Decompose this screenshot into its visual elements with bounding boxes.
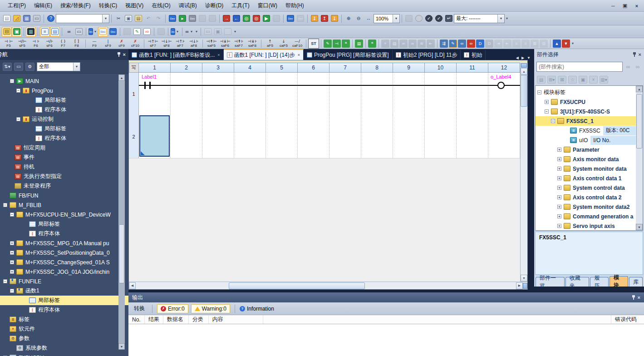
closed-branch-button[interactable]: ⊣/⊦sF6 [43, 39, 56, 49]
tab-initial-ladder[interactable]: ∥初始 [461, 50, 486, 60]
chevron-down-icon[interactable]: ▼ [497, 15, 504, 23]
nav-scrollbar[interactable]: ▲ ▼ [118, 74, 125, 350]
device-test-button[interactable]: Dev [187, 14, 197, 24]
split-handle[interactable] [523, 283, 527, 289]
nav-item-function1-program-body[interactable]: ∥程序本体 [0, 305, 128, 315]
nav-item-unregistered-program[interactable]: 未登录程序 [0, 181, 128, 191]
coil-symbol[interactable] [497, 82, 505, 89]
step-run-button[interactable]: ↵ [444, 14, 454, 24]
scroll-right-icon[interactable]: ▶ [516, 282, 523, 289]
watch-register-button[interactable]: ↧ [310, 14, 320, 24]
editor-vertical-scrollbar[interactable]: ▲ ▼ [520, 63, 527, 282]
close-icon[interactable]: × [639, 52, 641, 57]
nav-item-motion-control[interactable]: −▮运动控制 [0, 114, 128, 124]
collapse-icon[interactable]: − [545, 109, 549, 114]
read-from-plc-button[interactable]: ← [231, 14, 241, 24]
nav-item-m-fx5ssc-jog[interactable]: +M+FX5SSC_JOG_01A JOG/inchin [0, 267, 128, 277]
help-button[interactable]: ? [46, 14, 56, 24]
nav-item-fb-fun[interactable]: FB/FUN [0, 191, 128, 200]
falling-pulse-branch-button[interactable]: ⊣↓⊦aF8 [187, 39, 201, 49]
chevron-down-icon[interactable]: ▾ [177, 30, 178, 34]
coil-button[interactable]: ( )F7 [56, 39, 70, 49]
edit-device-comment-button[interactable]: ✎ [324, 40, 332, 48]
module-item-u1-fx5-40ssc-s[interactable]: −3[U1]:FX5-40SSC-S [536, 107, 636, 116]
expand-icon[interactable]: + [557, 167, 561, 171]
new-folder-icon[interactable]: ▣ [579, 76, 587, 84]
information-filter-button[interactable]: ? Information [240, 306, 274, 312]
nav-item-motion-local-label[interactable]: 局部标签 [0, 124, 128, 134]
parts-scrollbar[interactable]: ▲ ▼ [636, 86, 643, 230]
pin-icon[interactable] [117, 52, 121, 57]
delete-line-button[interactable]: —/caF10 [290, 39, 304, 49]
io-assignment-button[interactable]: I/O [142, 27, 152, 37]
editor-horizontal-scrollbar[interactable]: ◀ ▶ [129, 282, 527, 289]
delete-horizontal-line-button[interactable]: ✗cF9 [115, 39, 128, 49]
close-icon[interactable]: × [123, 52, 126, 57]
verify-with-plc-button[interactable]: ◎ [241, 14, 251, 24]
expand-icon[interactable]: + [557, 176, 561, 180]
menu-project[interactable]: 工程(P) [4, 0, 30, 11]
row-cells[interactable]: Label1o_Label4 [139, 73, 520, 115]
print-button[interactable]: ▭ [32, 14, 42, 24]
inline-st-button[interactable]: ST [308, 39, 319, 49]
rising-pulse-button[interactable]: ⊣↑⊢sF7 [146, 39, 160, 49]
nav-item-function1[interactable]: −▘函数1 [0, 286, 128, 296]
nav-item-event[interactable]: ▤事件 [0, 153, 128, 162]
scroll-up-icon[interactable]: ▲ [636, 86, 643, 92]
wiring-edit-button[interactable]: ✎ [449, 40, 457, 48]
cut-button[interactable]: ✂ [113, 14, 123, 24]
nav-item-funfile[interactable]: −▘FUNFILE [0, 277, 128, 286]
paste-button[interactable]: ▤ [133, 14, 143, 24]
unit-chip-button[interactable]: ▥ [26, 27, 36, 37]
delete-display-target-icon[interactable]: ⊠ [558, 76, 566, 84]
open-contact-symbol[interactable] [144, 82, 151, 89]
ladder-editor-view-button[interactable]: ≡ [40, 27, 50, 37]
delete-vertical-line-button[interactable]: ✗cF10 [128, 39, 142, 49]
list-editor-view-button[interactable]: ▤ [50, 27, 60, 37]
open-contact-button[interactable]: ⊣ ⊢F5 [2, 39, 15, 49]
collapse-all-icon[interactable]: ▭ [14, 63, 23, 71]
module-item-system-control-data[interactable]: +System control data [536, 183, 636, 193]
rising-pulse-branch-button[interactable]: ⊣↑⊦aF7 [173, 39, 187, 49]
falling-pulse-button[interactable]: ⊣↓⊢sF8 [160, 39, 173, 49]
expand-icon[interactable]: + [10, 260, 14, 264]
module-item-parameter-folder[interactable]: +Parameter [536, 145, 636, 154]
draw-line-down-button[interactable]: ↓caF5 [277, 39, 290, 49]
write-to-plc-button[interactable]: → [221, 14, 231, 24]
pause-state-button[interactable] [414, 14, 424, 24]
edit-declaration-button[interactable]: ⊣ [333, 40, 341, 48]
application-instruction-button[interactable]: [ ]F8 [70, 39, 84, 49]
draw-line-up-button[interactable]: ↑aF5 [263, 39, 277, 49]
nav-item-m-fblib[interactable]: −M_FBLIB [0, 200, 128, 210]
display-target-dd-icon[interactable]: ⊞▾ [547, 76, 556, 84]
collapse-icon[interactable]: − [10, 289, 14, 293]
zoom-out-button[interactable]: ⊖ [354, 14, 364, 24]
rising-pulse-close-branch-button[interactable]: ⊣↟⊦saF7 [232, 39, 246, 49]
tab-list-icon[interactable]: ▼ [527, 56, 531, 60]
watch-start-button[interactable]: ↥ [320, 14, 329, 24]
save-project-button[interactable]: ▦ [22, 14, 32, 24]
menu-diagnostics[interactable]: 诊断(D) [201, 0, 228, 11]
scroll-thumb[interactable] [521, 75, 527, 107]
watch-stop-button[interactable]: ↧ [329, 14, 339, 24]
display-switch-dd-icon[interactable]: ▥▾ [600, 76, 608, 84]
expand-icon[interactable]: + [557, 214, 561, 218]
fb-instance-up-button[interactable]: ▲ [553, 40, 561, 48]
device-eye-dd-button[interactable]: Dev▾ [170, 27, 180, 37]
tab-initial2-ladder[interactable]: ∥初始2 [PRG] [LD] 11步 [393, 50, 461, 60]
nav-item-m-fx5ssc-mpg[interactable]: +M+FX5SSC_MPG_01A Manual pu [0, 238, 128, 248]
device-comment-dd-button[interactable]: Dev▾ [88, 27, 98, 37]
module-item-fx5ssc-label[interactable]: ≣FX5SSC版本: 00C [536, 126, 636, 135]
selected-cell-cursor[interactable] [139, 115, 170, 157]
device-monitor-button[interactable]: ▸ [177, 14, 187, 24]
menu-debug[interactable]: 调试(B) [175, 0, 201, 11]
monitor-start-button[interactable]: ▶ [261, 14, 271, 24]
tab-progpou-local-label-settings[interactable]: ProgPou [PRG] [局部标签设置] [304, 50, 393, 60]
parts-tab-module[interactable]: 模块 [610, 276, 628, 287]
parts-tab-history[interactable]: 履历 [590, 277, 609, 287]
nav-item-no-execution-type[interactable]: ▤无执行类型指定 [0, 172, 128, 181]
nav-item-motion-program-body[interactable]: ∥程序本体 [0, 134, 128, 143]
nav-item-standby[interactable]: ▤待机 [0, 162, 128, 172]
menu-online[interactable]: 在线(O) [147, 0, 174, 11]
error-filter-button[interactable]: ✗ Error:0 [157, 304, 188, 313]
